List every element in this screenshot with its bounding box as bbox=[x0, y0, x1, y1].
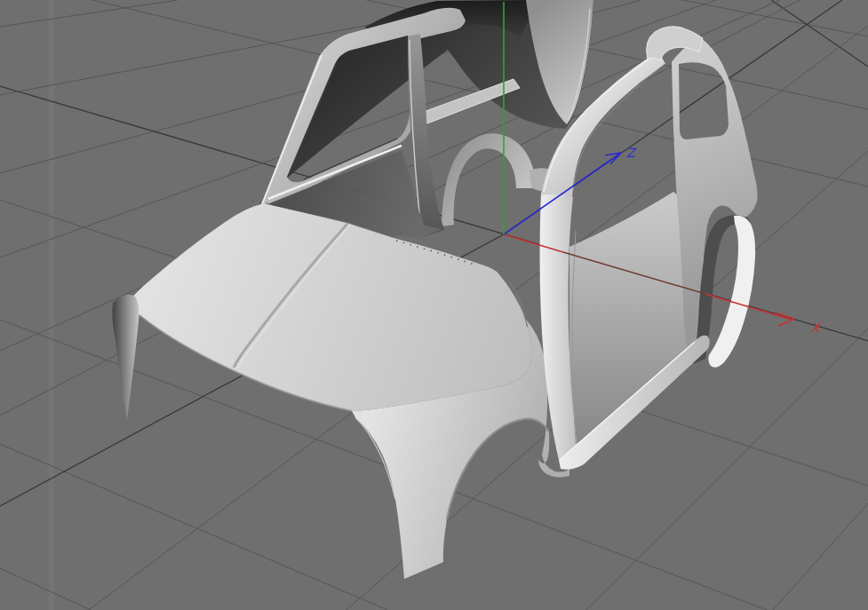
viewport-canvas[interactable]: Z X bbox=[0, 0, 868, 610]
viewport-artifact-band bbox=[49, 0, 54, 610]
viewport[interactable]: Z X bbox=[0, 0, 868, 610]
